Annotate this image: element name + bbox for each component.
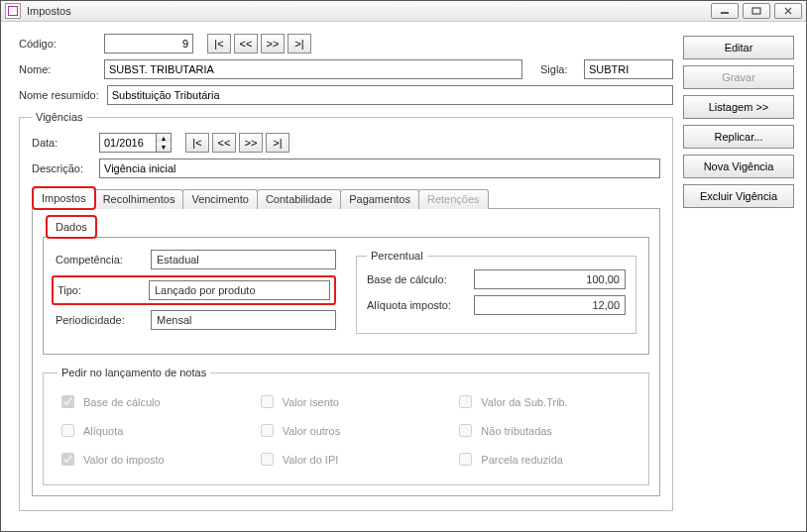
vig-nav-first-button[interactable]: |< xyxy=(185,133,209,153)
value-aliquota: 12,00 xyxy=(474,295,626,315)
value-base: 100,00 xyxy=(474,269,626,289)
chk-valor-ipi[interactable]: Valor do IPI xyxy=(257,450,436,469)
close-button[interactable] xyxy=(774,3,802,19)
legend-percentual: Percentual xyxy=(367,250,427,262)
chk-label: Alíquota xyxy=(83,425,123,437)
chk-label: Parcela reduzida xyxy=(481,454,563,466)
checkbox-parcela-reduzida[interactable] xyxy=(459,453,472,466)
group-pedir-notas: Pedir no lançamento de notas Base de cál… xyxy=(43,367,649,485)
input-vigencia-descricao[interactable] xyxy=(99,159,660,178)
window-buttons xyxy=(711,3,802,19)
btn-editar[interactable]: Editar xyxy=(683,36,794,59)
nav-codigo: |< << >> >| xyxy=(207,34,311,53)
checkbox-nao-tributadas[interactable] xyxy=(459,424,472,437)
label-tipo: Tipo: xyxy=(56,284,141,296)
chk-label: Valor da Sub.Trib. xyxy=(481,396,567,408)
btn-replicar[interactable]: Replicar... xyxy=(683,125,794,149)
value-periodicidade: Mensal xyxy=(151,310,336,330)
kv-tipo: Tipo: Lançado por produto xyxy=(52,275,336,305)
checkbox-base-calculo[interactable] xyxy=(61,395,74,408)
nav-next-button[interactable]: >> xyxy=(261,34,285,53)
main-tabs: Impostos Recolhimentos Vencimento Contab… xyxy=(32,187,660,209)
chk-nao-tributadas[interactable]: Não tributadas xyxy=(455,421,634,440)
value-competencia: Estadual xyxy=(151,250,336,269)
input-sigla[interactable] xyxy=(584,59,673,79)
checkbox-valor-subtrib[interactable] xyxy=(459,395,472,408)
chk-label: Valor outros xyxy=(283,425,341,437)
vig-nav-last-button[interactable]: >| xyxy=(266,133,289,153)
tab-impostos[interactable]: Impostos xyxy=(33,187,95,209)
group-vigencias: Vigências Data: ▲ ▼ |< << >> >| xyxy=(19,111,673,511)
label-competencia: Competência: xyxy=(56,254,143,266)
label-nome: Nome: xyxy=(19,63,96,75)
maximize-button[interactable] xyxy=(743,3,770,19)
nav-last-button[interactable]: >| xyxy=(288,34,311,53)
label-aliquota: Alíquota imposto: xyxy=(367,299,466,311)
subtab-dados[interactable]: Dados xyxy=(47,216,96,238)
chk-label: Valor do IPI xyxy=(283,454,339,466)
kv-aliquota: Alíquota imposto: 12,00 xyxy=(367,295,626,315)
chk-valor-outros[interactable]: Valor outros xyxy=(257,421,436,440)
svg-rect-1 xyxy=(752,8,760,14)
input-codigo[interactable] xyxy=(104,34,193,53)
input-nome[interactable] xyxy=(104,59,522,79)
tab-retencoes: Retenções xyxy=(418,189,489,209)
kv-competencia: Competência: Estadual xyxy=(56,250,336,269)
btn-nova-vigencia[interactable]: Nova Vigência xyxy=(683,155,794,178)
label-vigencia-data: Data: xyxy=(32,137,91,149)
btn-gravar: Gravar xyxy=(683,65,794,89)
svg-rect-0 xyxy=(721,12,729,14)
tab-vencimento[interactable]: Vencimento xyxy=(182,189,257,209)
chk-label: Valor isento xyxy=(283,396,339,408)
chk-parcela-reduzida[interactable]: Parcela reduzida xyxy=(455,450,634,469)
chk-label: Base de cálculo xyxy=(83,396,161,408)
tab-pagamentos[interactable]: Pagamentos xyxy=(340,189,419,209)
nav-vigencia: |< << >> >| xyxy=(185,133,289,153)
label-periodicidade: Periodicidade: xyxy=(56,314,143,326)
row-vigencia-data: Data: ▲ ▼ |< << >> >| xyxy=(32,133,660,153)
tab-recolhimentos[interactable]: Recolhimentos xyxy=(94,189,184,209)
app-window: Impostos Código: |< << >> xyxy=(0,0,807,532)
app-icon xyxy=(5,3,21,19)
label-sigla: Sigla: xyxy=(540,63,576,75)
tabpanel-impostos: Dados Competência: Estadual Tipo: Lançad… xyxy=(32,208,660,496)
label-nome-resumido: Nome resumido: xyxy=(19,89,99,101)
subpanel-dados: Competência: Estadual Tipo: Lançado por … xyxy=(43,237,649,355)
checkbox-valor-isento[interactable] xyxy=(261,395,274,408)
row-codigo: Código: |< << >> >| xyxy=(19,34,673,53)
vig-nav-next-button[interactable]: >> xyxy=(239,133,263,153)
input-nome-resumido[interactable] xyxy=(107,85,673,105)
row-nome: Nome: Sigla: xyxy=(19,59,673,79)
legend-pedir-notas: Pedir no lançamento de notas xyxy=(58,367,210,378)
row-nome-resumido: Nome resumido: xyxy=(19,85,673,105)
chk-valor-imposto[interactable]: Valor do imposto xyxy=(58,450,237,469)
nav-first-button[interactable]: |< xyxy=(207,34,231,53)
sub-tabs: Dados xyxy=(43,216,649,238)
value-tipo: Lançado por produto xyxy=(149,280,330,300)
legend-vigencias: Vigências xyxy=(32,111,87,123)
spinner-up-button[interactable]: ▲ xyxy=(157,134,171,143)
chk-aliquota[interactable]: Alíquota xyxy=(58,421,237,440)
vig-nav-prev-button[interactable]: << xyxy=(212,133,236,153)
tab-contabilidade[interactable]: Contabilidade xyxy=(257,189,341,209)
label-codigo: Código: xyxy=(19,38,96,50)
btn-excluir-vigencia[interactable]: Excluir Vigência xyxy=(683,184,794,208)
btn-listagem[interactable]: Listagem >> xyxy=(683,95,794,119)
nav-prev-button[interactable]: << xyxy=(234,34,258,53)
input-vigencia-data[interactable] xyxy=(99,133,157,153)
window-title: Impostos xyxy=(27,5,71,17)
checkbox-aliquota[interactable] xyxy=(61,424,74,437)
spinner-down-button[interactable]: ▼ xyxy=(157,143,171,152)
titlebar: Impostos xyxy=(1,1,806,22)
chk-base-calculo[interactable]: Base de cálculo xyxy=(58,392,237,411)
minimize-button[interactable] xyxy=(711,3,739,19)
chk-valor-subtrib[interactable]: Valor da Sub.Trib. xyxy=(455,392,634,411)
checkbox-valor-outros[interactable] xyxy=(261,424,274,437)
chk-label: Não tributadas xyxy=(481,425,552,437)
checkbox-valor-imposto[interactable] xyxy=(61,453,74,466)
checkbox-valor-ipi[interactable] xyxy=(261,453,274,466)
side-buttons: Editar Gravar Listagem >> Replicar... No… xyxy=(683,34,794,519)
spinner-vigencia-data: ▲ ▼ xyxy=(99,133,172,153)
chk-valor-isento[interactable]: Valor isento xyxy=(257,392,436,411)
label-base: Base de cálculo: xyxy=(367,273,466,285)
